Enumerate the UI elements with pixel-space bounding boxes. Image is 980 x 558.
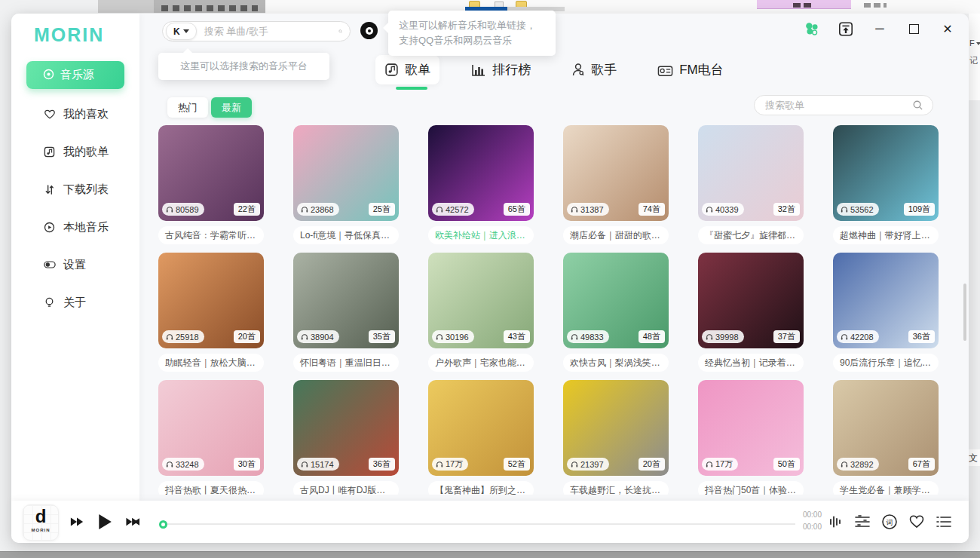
playlist-cover[interactable]: 33248 30首	[158, 380, 264, 476]
playlist-cover[interactable]: 21397 20首	[563, 380, 669, 476]
playlist-cover[interactable]: 31387 74首	[563, 125, 669, 221]
sidebar-item-local-music[interactable]: 本地音乐	[11, 208, 139, 246]
lyrics-icon[interactable]: 词	[881, 514, 898, 530]
playlist-cover[interactable]: 53562 109首	[833, 125, 939, 221]
playlist-cover[interactable]: 40339 32首	[698, 125, 804, 221]
close-button[interactable]: ✕	[940, 21, 955, 36]
playlist-card[interactable]: 42572 65首 欧美补给站｜进入浪漫时...	[428, 125, 534, 244]
playlist-title[interactable]: 抖音热门50首｜体验单...	[698, 481, 804, 495]
progress-handle[interactable]	[159, 520, 167, 529]
playlist-card[interactable]: 38904 35首 怀旧粤语｜重温旧日情，...	[293, 253, 399, 372]
playlist-cover[interactable]: 49833 48首	[563, 253, 669, 348]
tab-fm-radio[interactable]: FM电台	[648, 55, 733, 84]
parse-link-button[interactable]	[360, 22, 378, 39]
playlist-card[interactable]: 53562 109首 超燃神曲｜带好肾上腺素...	[833, 125, 939, 244]
playlist-card[interactable]: 17万 52首 【鬼畜神曲】所到之处鬼...	[428, 380, 534, 495]
playlist-card[interactable]: 17万 50首 抖音热门50首｜体验单...	[698, 380, 804, 495]
equalizer-settings-icon[interactable]	[854, 514, 871, 530]
favorite-heart-icon[interactable]	[908, 514, 925, 530]
minimize-button[interactable]: ─	[872, 21, 887, 36]
playlist-cover[interactable]: 25918 20首	[158, 253, 264, 348]
playlist-title[interactable]: 潮店必备｜甜甜的歌曲，...	[563, 226, 669, 244]
playlist-card[interactable]: 31387 74首 潮店必备｜甜甜的歌曲，...	[563, 125, 669, 244]
sidebar-item-my-playlists[interactable]: 我的歌单	[11, 133, 139, 170]
playlist-card[interactable]: 32892 67首 学生党必备｜兼顾学习...	[833, 380, 939, 495]
playlist-title[interactable]: Lo-fi意境｜寻低保真清...	[293, 226, 399, 244]
playlist-card[interactable]: 30196 43首 户外歌声｜宅家也能亲近...	[428, 253, 534, 372]
filter-hot-button[interactable]: 热门	[167, 97, 208, 118]
filter-new-button[interactable]: 最新	[211, 97, 252, 118]
progress-bar[interactable]	[159, 520, 795, 528]
sidebar-item-settings[interactable]: 设置	[11, 246, 139, 284]
playlist-title[interactable]: 【鬼畜神曲】所到之处鬼...	[428, 481, 534, 495]
playlist-card[interactable]: 40339 32首 『甜蜜七夕』旋律都在冒...	[698, 125, 804, 244]
playlist-cover[interactable]: 30196 43首	[428, 253, 534, 348]
search-icon	[338, 26, 342, 37]
playlist-card[interactable]: 23868 25首 Lo-fi意境｜寻低保真清...	[293, 125, 399, 244]
playlist-card[interactable]: 15174 36首 古风DJ丨唯有DJ版不醉...	[293, 380, 399, 495]
playlist-cover[interactable]: 38904 35首	[293, 253, 399, 348]
sidebar-item-download-list[interactable]: 下载列表	[11, 170, 139, 208]
playlist-card[interactable]: 39998 37首 经典忆当初｜记录着光阴...	[698, 253, 804, 372]
song-count-badge: 65首	[504, 203, 530, 216]
playlist-card[interactable]: 21397 20首 车载越野汇，长途抗疲...	[563, 380, 669, 495]
playlist-title[interactable]: 抖音热歌丨夏天很热，很...	[158, 481, 264, 495]
play-queue-icon[interactable]	[936, 514, 952, 530]
playlist-card[interactable]: 42208 36首 90后流行乐章｜追忆校...	[833, 253, 939, 372]
playlist-title[interactable]: 经典忆当初｜记录着光阴...	[698, 354, 804, 372]
playlist-search-bar[interactable]	[754, 95, 933, 115]
playlist-title[interactable]: 学生党必备｜兼顾学习...	[833, 481, 939, 495]
tab-rank[interactable]: 排行榜	[462, 55, 540, 84]
playlist-card[interactable]: 25918 20首 助眠轻音｜放松大脑，愉...	[158, 253, 264, 372]
time-display: 00:00 00:00	[803, 509, 822, 533]
playlist-title[interactable]: 怀旧粤语｜重温旧日情，...	[293, 354, 399, 372]
sidebar-item-about[interactable]: 关于	[11, 284, 139, 321]
playlist-cover[interactable]: 42208 36首	[833, 253, 939, 348]
playlist-card[interactable]: 49833 48首 欢快古风｜梨涡浅笑，小...	[563, 253, 669, 372]
headphones-icon	[841, 461, 848, 468]
playlist-card[interactable]: 80589 22首 古风纯音：学霸常听仙乐...	[158, 125, 264, 244]
toggle-icon	[43, 260, 56, 269]
tab-playlists[interactable]: 歌单	[375, 55, 439, 84]
playlist-cover[interactable]: 17万 52首	[428, 380, 534, 476]
platform-selector[interactable]: K	[166, 23, 197, 40]
playlist-cover[interactable]: 42572 65首	[428, 125, 534, 221]
playlist-cover[interactable]: 80589 22首	[158, 125, 264, 221]
playlist-title[interactable]: 欢快古风｜梨涡浅笑，小...	[563, 354, 669, 372]
playlist-title[interactable]: 欧美补给站｜进入浪漫时...	[428, 226, 534, 244]
next-button[interactable]	[126, 517, 139, 526]
playlist-title[interactable]: 『甜蜜七夕』旋律都在冒...	[698, 226, 804, 244]
playlist-title[interactable]: 超燃神曲｜带好肾上腺素...	[833, 226, 939, 244]
playlist-title[interactable]: 古风DJ丨唯有DJ版不醉...	[293, 481, 399, 495]
tab-singers[interactable]: 歌手	[562, 55, 626, 84]
volume-equalizer-icon[interactable]	[827, 514, 844, 530]
maximize-icon	[909, 24, 919, 34]
playlist-cover[interactable]: 39998 37首	[698, 253, 804, 348]
playlist-search-input[interactable]	[764, 99, 912, 112]
play-count: 25918	[176, 333, 199, 342]
sidebar-item-my-likes[interactable]: 我的喜欢	[11, 95, 139, 133]
play-count-badge: 33248	[162, 458, 204, 471]
playlist-cover[interactable]: 17万 50首	[698, 380, 804, 476]
maximize-button[interactable]	[906, 21, 921, 36]
playlist-cover[interactable]: 15174 36首	[293, 380, 399, 476]
playlist-cover[interactable]: 32892 67首	[833, 380, 939, 476]
scrollbar-thumb[interactable]	[963, 284, 966, 341]
play-count: 21397	[580, 460, 604, 469]
playlist-card[interactable]: 33248 30首 抖音热歌丨夏天很热，很...	[158, 380, 264, 495]
plugin-clover-icon[interactable]	[804, 21, 819, 36]
sidebar-item-music-source[interactable]: 音乐源	[26, 61, 124, 89]
playlist-title[interactable]: 车载越野汇，长途抗疲...	[563, 481, 669, 495]
play-button[interactable]	[97, 514, 112, 530]
playlist-title[interactable]: 户外歌声｜宅家也能亲近...	[428, 354, 534, 372]
boss-key-icon[interactable]	[838, 21, 853, 36]
playlist-cover[interactable]: 23868 25首	[293, 125, 399, 221]
song-search-input[interactable]	[203, 25, 338, 38]
previous-button[interactable]	[70, 517, 84, 527]
play-count-badge: 30196	[432, 330, 474, 343]
playlist-title[interactable]: 助眠轻音｜放松大脑，愉...	[158, 354, 264, 372]
song-search-bar[interactable]: K	[162, 21, 351, 41]
playlist-title[interactable]: 古风纯音：学霸常听仙乐...	[158, 226, 264, 244]
playlist-title[interactable]: 90后流行乐章｜追忆校...	[833, 354, 939, 372]
headphones-icon	[166, 461, 173, 468]
